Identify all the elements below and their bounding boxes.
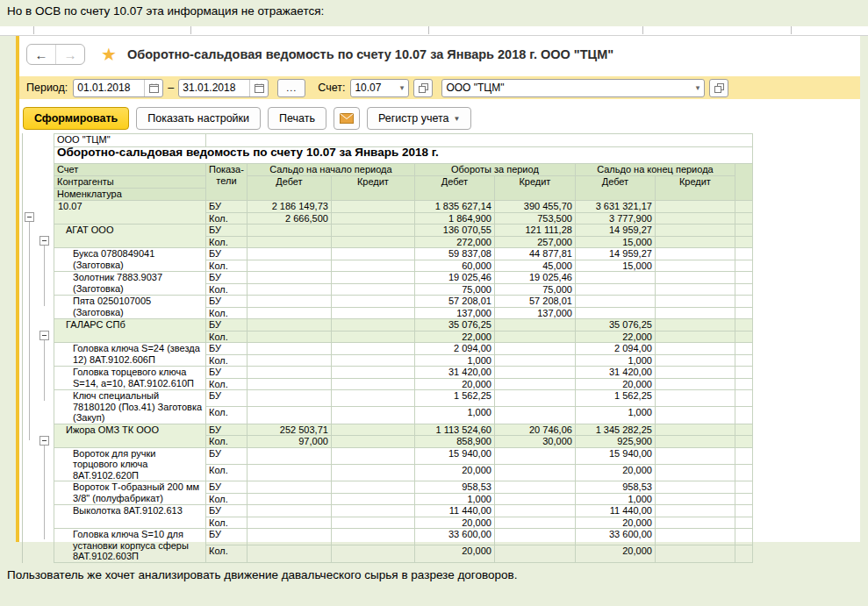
- cell-value[interactable]: 19 025,46: [414, 272, 494, 284]
- cell-row-name[interactable]: Вороток для ручки торцового ключа 8АТ.91…: [54, 447, 206, 481]
- cell-row-name[interactable]: 10.07: [54, 201, 206, 225]
- cell-value[interactable]: [247, 260, 331, 272]
- cell-value[interactable]: [331, 378, 414, 390]
- cell-value[interactable]: 1 835 627,14: [414, 201, 494, 213]
- cell-value[interactable]: 59 837,08: [414, 248, 494, 260]
- calendar-icon[interactable]: [144, 80, 162, 96]
- show-settings-button[interactable]: Показать настройки: [136, 107, 261, 130]
- cell-value[interactable]: [494, 481, 575, 494]
- cell-value[interactable]: 20,000: [575, 378, 655, 390]
- cell-value[interactable]: [494, 367, 575, 379]
- cell-value[interactable]: [247, 464, 331, 481]
- cell-value[interactable]: 19 025,46: [494, 272, 575, 284]
- cell-value[interactable]: 20,000: [414, 464, 494, 481]
- cell-value[interactable]: [331, 545, 414, 562]
- cell-value[interactable]: 20,000: [414, 378, 494, 390]
- cell-value[interactable]: 1,000: [414, 407, 494, 424]
- cell-value[interactable]: 22,000: [414, 331, 494, 343]
- organization-open-icon[interactable]: [709, 79, 728, 97]
- cell-row-name[interactable]: Головка ключа S=24 (звезда 12) 8АТ.9102.…: [54, 343, 206, 367]
- cell-value[interactable]: 15 940,00: [414, 447, 494, 464]
- cell-value[interactable]: [247, 390, 331, 407]
- cell-row-name[interactable]: АГАТ ООО: [54, 225, 206, 248]
- cell-value[interactable]: [247, 343, 331, 355]
- cell-value[interactable]: [575, 283, 655, 296]
- cell-value[interactable]: 31 420,00: [414, 367, 494, 379]
- cell-value[interactable]: 121 111,28: [494, 225, 575, 237]
- cell-value[interactable]: [247, 378, 331, 390]
- cell-value[interactable]: [247, 517, 331, 529]
- cell-value[interactable]: 35 076,25: [575, 319, 655, 332]
- cell-value[interactable]: [655, 272, 735, 284]
- cell-value[interactable]: [331, 201, 414, 213]
- cell-value[interactable]: [655, 390, 735, 407]
- cell-value[interactable]: [247, 307, 331, 319]
- cell-value[interactable]: [331, 529, 414, 545]
- cell-value[interactable]: [655, 464, 735, 481]
- cell-value[interactable]: 137,000: [414, 307, 494, 319]
- cell-value[interactable]: [655, 201, 735, 213]
- cell-value[interactable]: [331, 481, 414, 494]
- cell-value[interactable]: 14 959,27: [575, 225, 655, 237]
- print-button[interactable]: Печать: [268, 107, 326, 130]
- cell-value[interactable]: [655, 367, 735, 379]
- cell-value[interactable]: 20,000: [414, 517, 494, 529]
- cell-value[interactable]: [331, 212, 414, 225]
- cell-value[interactable]: 1,000: [414, 354, 494, 367]
- account-open-icon[interactable]: [413, 79, 433, 97]
- cell-row-name[interactable]: Ижора ОМЗ ТК ООО: [54, 424, 206, 447]
- cell-value[interactable]: [655, 407, 735, 424]
- tree-collapse-button[interactable]: [39, 236, 49, 246]
- cell-value[interactable]: [331, 296, 414, 308]
- cell-value[interactable]: [331, 260, 414, 272]
- cell-value[interactable]: [494, 319, 575, 332]
- cell-value[interactable]: [655, 296, 735, 308]
- cell-value[interactable]: 390 455,70: [494, 201, 575, 213]
- cell-value[interactable]: 35 076,25: [414, 319, 494, 332]
- cell-value[interactable]: 252 503,71: [247, 424, 331, 436]
- cell-row-name[interactable]: Букса 0780849041 (Заготовка): [54, 248, 206, 272]
- cell-value[interactable]: [655, 424, 735, 436]
- cell-value[interactable]: [331, 436, 414, 448]
- cell-value[interactable]: 1,000: [414, 493, 494, 505]
- cell-value[interactable]: [575, 307, 655, 319]
- cell-value[interactable]: [494, 354, 575, 367]
- cell-value[interactable]: [655, 505, 735, 517]
- cell-value[interactable]: [247, 545, 331, 562]
- email-button[interactable]: [334, 107, 360, 130]
- cell-value[interactable]: 75,000: [414, 283, 494, 296]
- cell-value[interactable]: 57 208,01: [414, 296, 494, 308]
- calendar-icon[interactable]: [249, 80, 268, 96]
- cell-value[interactable]: [247, 367, 331, 379]
- cell-value[interactable]: [655, 236, 735, 248]
- date-from-input[interactable]: [74, 82, 144, 94]
- period-more-button[interactable]: ...: [277, 79, 305, 97]
- cell-value[interactable]: [494, 493, 575, 505]
- cell-value[interactable]: 20 746,06: [494, 424, 575, 436]
- cell-value[interactable]: [247, 505, 331, 517]
- cell-value[interactable]: [247, 481, 331, 494]
- cell-value[interactable]: 11 440,00: [414, 505, 494, 517]
- cell-value[interactable]: [655, 307, 735, 319]
- cell-value[interactable]: [494, 505, 575, 517]
- cell-value[interactable]: [331, 424, 414, 436]
- cell-value[interactable]: [247, 493, 331, 505]
- account-input[interactable]: [351, 82, 395, 94]
- tree-collapse-button[interactable]: [25, 212, 34, 222]
- cell-value[interactable]: [331, 283, 414, 296]
- cell-value[interactable]: 1 562,25: [575, 390, 655, 407]
- cell-value[interactable]: [575, 296, 655, 308]
- cell-value[interactable]: 3 777,900: [575, 212, 655, 225]
- cell-value[interactable]: [331, 343, 414, 355]
- cell-value[interactable]: 1,000: [575, 493, 655, 505]
- cell-value[interactable]: 15,000: [575, 236, 655, 248]
- cell-value[interactable]: [247, 296, 331, 308]
- cell-value[interactable]: 1 562,25: [414, 390, 494, 407]
- cell-value[interactable]: [655, 436, 735, 448]
- cell-value[interactable]: 3 631 321,17: [575, 201, 655, 213]
- cell-value[interactable]: [331, 319, 414, 332]
- cell-value[interactable]: 272,000: [414, 236, 494, 248]
- cell-value[interactable]: [331, 464, 414, 481]
- cell-value[interactable]: [655, 331, 735, 343]
- cell-value[interactable]: [494, 529, 575, 545]
